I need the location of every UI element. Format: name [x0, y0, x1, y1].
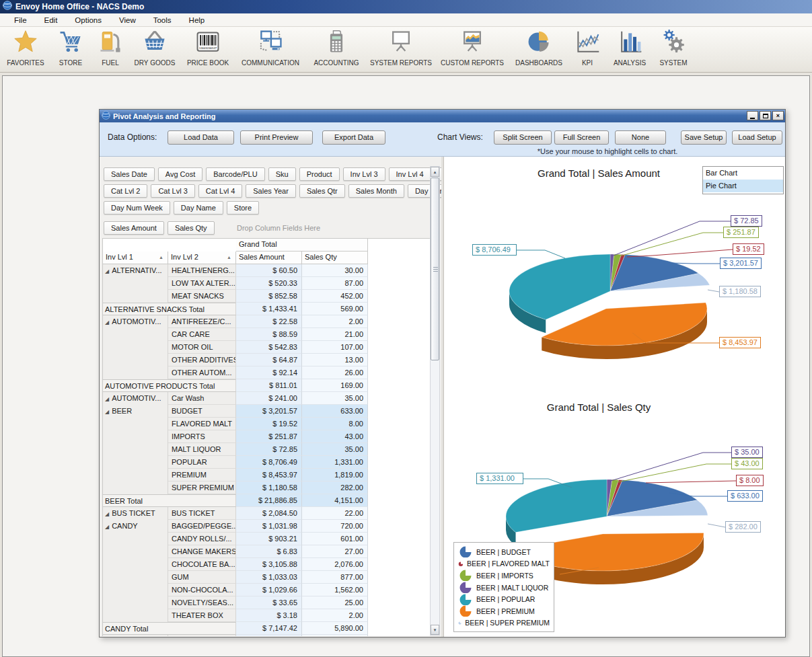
lvl1-cell[interactable] — [103, 558, 168, 571]
lvl1-cell[interactable] — [103, 456, 168, 469]
toolbar-item-accounting[interactable]: ACCOUNTING — [305, 27, 367, 71]
lvl2-cell[interactable]: LOW TAX ALTER... — [168, 277, 236, 290]
table-row[interactable]: ◢AUTOMOTIV...ANTIFREEZE/C...$ 22.582.00 — [103, 315, 368, 328]
sales-amount-cell[interactable]: $ 520.33 — [236, 277, 302, 290]
export-data-button[interactable]: Export Data — [322, 130, 385, 145]
sales-qty-cell[interactable]: 169.00 — [302, 379, 368, 392]
sales-qty-cell[interactable]: 35.00 — [302, 443, 368, 456]
toolbar-item-dry-goods[interactable]: DRY GOODS — [129, 27, 180, 71]
load-setup-button[interactable]: Load Setup — [732, 130, 782, 145]
vertical-scrollbar[interactable]: ▲ ▼ — [430, 166, 440, 635]
table-row[interactable]: CHOCOLATE BA...$ 3,105.882,076.00 — [103, 558, 368, 571]
sales-amount-cell[interactable]: $ 8,706.49 — [236, 456, 302, 469]
field-button-cat-lvl-2[interactable]: Cat Lvl 2 — [104, 184, 147, 198]
sales-qty-cell[interactable]: 30.00 — [302, 264, 368, 277]
sales-amount-cell[interactable]: $ 6.83 — [236, 545, 302, 558]
table-row[interactable]: IMPORTS$ 251.8743.00 — [103, 430, 368, 443]
lvl2-cell[interactable]: GUM — [168, 571, 236, 584]
menu-item-options[interactable]: Options — [66, 15, 110, 26]
toolbar-item-kpi[interactable]: KPI — [568, 27, 607, 71]
table-row[interactable]: FLAVORED MALT$ 19.528.00 — [103, 418, 368, 430]
field-button-store[interactable]: Store — [227, 201, 259, 215]
lvl1-cell[interactable] — [103, 290, 168, 303]
sales-amount-cell[interactable]: $ 22.58 — [236, 315, 302, 328]
field-button-inv-lvl-4[interactable]: Inv Lvl 4 — [389, 167, 431, 181]
none-button[interactable]: None — [615, 130, 666, 145]
sales-qty-cell[interactable]: 8.00 — [302, 418, 368, 430]
close-button[interactable]: × — [772, 111, 784, 120]
sales-qty-cell[interactable]: 282.00 — [302, 481, 368, 494]
expand-icon[interactable]: ◢ — [105, 511, 109, 517]
lvl1-cell[interactable]: ◢CANDY — [103, 520, 168, 533]
field-button-inv-lvl-3[interactable]: Inv Lvl 3 — [343, 167, 385, 181]
minimize-button[interactable] — [747, 111, 758, 120]
value-header-sales-qty[interactable]: Sales Qty — [302, 252, 368, 264]
pivot-window-titlebar[interactable]: Pivot Analysis and Reporting × — [100, 110, 785, 122]
table-row[interactable]: MALT LIQUOR$ 72.8535.00 — [103, 443, 368, 456]
lvl1-cell[interactable] — [103, 533, 168, 545]
lvl2-cell[interactable]: IMPORTS — [168, 430, 236, 443]
table-row[interactable]: ALTERNATIVE SNACKS Total$ 1,433.41569.00 — [103, 303, 368, 315]
menu-item-view[interactable]: View — [110, 15, 145, 26]
table-row[interactable]: NON-CHOCOLA...$ 1,029.661,562.00 — [103, 584, 368, 596]
expand-icon[interactable]: ◢ — [105, 319, 109, 325]
listbox-item-pie-chart[interactable]: Pie Chart — [703, 180, 783, 192]
sales-qty-cell[interactable]: 452.00 — [302, 290, 368, 303]
sales-amount-cell[interactable]: $ 1,029.66 — [236, 584, 302, 596]
scroll-up-button[interactable]: ▲ — [431, 167, 439, 177]
scroll-down-button[interactable]: ▼ — [431, 625, 439, 635]
sales-qty-cell[interactable]: 2.00 — [302, 315, 368, 328]
toolbar-item-dashboards[interactable]: DASHBOARDS — [510, 27, 568, 71]
split-screen-button[interactable]: Split Screen — [494, 130, 552, 145]
lvl2-cell[interactable]: HEALTH/ENERG... — [168, 264, 236, 277]
field-button-day-name[interactable]: Day Name — [174, 201, 223, 215]
sales-amount-cell[interactable]: $ 72.85 — [236, 443, 302, 456]
lvl1-cell[interactable] — [103, 609, 168, 622]
table-row[interactable]: GUM$ 1,033.03877.00 — [103, 571, 368, 584]
field-button-sales-amount[interactable]: Sales Amount — [104, 221, 164, 235]
menu-item-help[interactable]: Help — [180, 15, 214, 26]
lvl1-cell[interactable] — [103, 481, 168, 494]
sales-qty-cell[interactable]: 87.00 — [302, 277, 368, 290]
menu-item-tools[interactable]: Tools — [145, 15, 180, 26]
toolbar-item-price-book[interactable]: 34669206947PRICE BOOK — [180, 27, 235, 71]
sales-amount-cell[interactable]: $ 903.21 — [236, 533, 302, 545]
field-button-sku[interactable]: Sku — [268, 167, 296, 181]
lvl1-cell[interactable] — [103, 418, 168, 430]
sales-amount-cell[interactable]: $ 251.87 — [236, 430, 302, 443]
lvl2-cell[interactable]: CHANGE MAKERS — [168, 545, 236, 558]
table-row[interactable]: CANDY Total$ 7,147.425,890.00 — [103, 622, 368, 635]
sales-amount-cell[interactable]: $ 92.14 — [236, 366, 302, 379]
menu-item-edit[interactable]: Edit — [36, 15, 67, 26]
lvl1-cell[interactable] — [103, 341, 168, 354]
table-row[interactable]: SUPER PREMIUM$ 1,180.58282.00 — [103, 481, 368, 494]
toolbar-item-fuel[interactable]: FUEL — [91, 27, 129, 71]
table-row[interactable]: MEAT SNACKS$ 852.58452.00 — [103, 290, 368, 303]
sales-qty-cell[interactable]: 2.00 — [302, 609, 368, 622]
sales-qty-cell[interactable]: 1,331.00 — [302, 456, 368, 469]
table-row[interactable]: PREMIUM$ 8,453.971,819.00 — [103, 469, 368, 481]
lvl1-cell[interactable] — [103, 328, 168, 341]
lvl2-cell[interactable]: NON-CHOCOLA... — [168, 584, 236, 596]
sales-qty-cell[interactable]: 25.00 — [302, 596, 368, 609]
expand-icon[interactable]: ◢ — [105, 524, 109, 530]
toolbar-item-store[interactable]: STORE — [50, 27, 91, 71]
field-button-cat-lvl-4[interactable]: Cat Lvl 4 — [198, 184, 242, 198]
listbox-item-bar-chart[interactable]: Bar Chart — [703, 167, 783, 180]
sales-amount-cell[interactable]: $ 1,033.03 — [236, 571, 302, 584]
sales-qty-cell[interactable]: 43.00 — [302, 430, 368, 443]
lvl2-cell[interactable]: NOVELTY/SEAS... — [168, 596, 236, 609]
sales-qty-cell[interactable]: 26.00 — [302, 366, 368, 379]
sales-amount-cell[interactable]: $ 33.65 — [236, 596, 302, 609]
sales-amount-cell[interactable]: $ 2,084.50 — [236, 507, 302, 520]
field-button-sales-month[interactable]: Sales Month — [348, 184, 404, 198]
table-row[interactable]: POPULAR$ 8,706.491,331.00 — [103, 456, 368, 469]
lvl1-cell[interactable] — [103, 430, 168, 443]
lvl2-cell[interactable]: OTHER ADDITIVES — [168, 354, 236, 366]
lvl1-cell[interactable]: ◢BEER — [103, 405, 168, 418]
sales-qty-cell[interactable]: 2,076.00 — [302, 558, 368, 571]
field-button-day-num-week[interactable]: Day Num Week — [104, 201, 170, 215]
lvl1-cell[interactable]: ◢BUS TICKET — [103, 507, 168, 520]
load-data-button[interactable]: Load Data — [168, 130, 234, 145]
sales-qty-cell[interactable]: 1,819.00 — [302, 469, 368, 481]
